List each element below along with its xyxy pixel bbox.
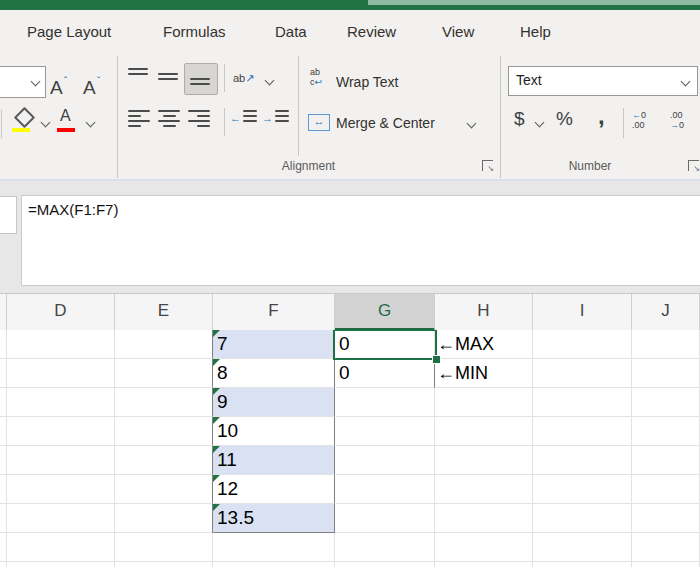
- cell-F6[interactable]: 12: [213, 475, 335, 504]
- cell-F4[interactable]: 10: [213, 417, 335, 446]
- cell-F7[interactable]: 13.5: [213, 504, 335, 533]
- accounting-format-dropdown[interactable]: [535, 118, 545, 128]
- font-color-dropdown[interactable]: [86, 118, 96, 128]
- cell-J9[interactable]: [632, 562, 700, 567]
- cell[interactable]: [0, 388, 7, 417]
- cell-G3[interactable]: [335, 388, 435, 417]
- cell-I6[interactable]: [533, 475, 632, 504]
- cell-I3[interactable]: [533, 388, 632, 417]
- number-format-combo[interactable]: Text: [508, 66, 698, 96]
- align-middle-icon[interactable]: [158, 68, 180, 85]
- column-header-c-sliver[interactable]: [0, 294, 7, 331]
- cell-G8[interactable]: [335, 533, 435, 562]
- cell-E9[interactable]: [115, 562, 213, 567]
- cell[interactable]: [0, 475, 7, 504]
- align-top-icon[interactable]: [128, 68, 150, 85]
- number-dialog-launcher[interactable]: [688, 160, 699, 171]
- cell-D7[interactable]: [7, 504, 115, 533]
- cell-F9[interactable]: [213, 562, 335, 567]
- cell-H5[interactable]: [435, 446, 533, 475]
- fill-handle[interactable]: [432, 355, 441, 364]
- column-header-h[interactable]: H: [435, 294, 533, 331]
- tab-formulas[interactable]: Formulas: [163, 10, 226, 52]
- cell-J5[interactable]: [632, 446, 700, 475]
- font-size-combo[interactable]: [0, 66, 46, 98]
- column-header-g-selected[interactable]: G: [335, 294, 435, 331]
- cell-J6[interactable]: [632, 475, 700, 504]
- cell-H1[interactable]: ←MAX: [435, 330, 533, 359]
- tab-page-layout[interactable]: Page Layout: [27, 10, 111, 52]
- cell-H7[interactable]: [435, 504, 533, 533]
- cell-E4[interactable]: [115, 417, 213, 446]
- cell-E3[interactable]: [115, 388, 213, 417]
- cell-J2[interactable]: [632, 359, 700, 388]
- cell-H4[interactable]: [435, 417, 533, 446]
- cell-D4[interactable]: [7, 417, 115, 446]
- orientation-dropdown[interactable]: [265, 76, 275, 86]
- cell-D3[interactable]: [7, 388, 115, 417]
- align-bottom-icon[interactable]: [190, 68, 212, 85]
- cell[interactable]: [0, 417, 7, 446]
- cell-G7[interactable]: [335, 504, 435, 533]
- comma-style-button[interactable]: ,: [598, 102, 605, 130]
- cell-E5[interactable]: [115, 446, 213, 475]
- cell-I7[interactable]: [533, 504, 632, 533]
- tab-data[interactable]: Data: [275, 10, 307, 52]
- cell-E2[interactable]: [115, 359, 213, 388]
- cell-E7[interactable]: [115, 504, 213, 533]
- percent-style-button[interactable]: %: [556, 108, 573, 130]
- align-left-icon[interactable]: [128, 110, 150, 127]
- orientation-button[interactable]: ab↗: [233, 72, 254, 85]
- column-header-e[interactable]: E: [115, 294, 213, 331]
- accounting-format-button[interactable]: $: [514, 108, 525, 130]
- tab-review[interactable]: Review: [347, 10, 396, 52]
- cell-F8[interactable]: [213, 533, 335, 562]
- cell-E6[interactable]: [115, 475, 213, 504]
- grow-font-button[interactable]: Aˆ: [50, 68, 67, 101]
- fill-color-dropdown[interactable]: [41, 118, 51, 128]
- tab-view[interactable]: View: [442, 10, 474, 52]
- cell-J7[interactable]: [632, 504, 700, 533]
- cell[interactable]: [0, 446, 7, 475]
- cell-H9[interactable]: [435, 562, 533, 567]
- increase-decimal-button[interactable]: ←0 .00: [632, 110, 646, 130]
- cell-E8[interactable]: [115, 533, 213, 562]
- cell-D6[interactable]: [7, 475, 115, 504]
- cell-G6[interactable]: [335, 475, 435, 504]
- cell-I5[interactable]: [533, 446, 632, 475]
- alignment-dialog-launcher[interactable]: [482, 160, 493, 171]
- decrease-indent-button[interactable]: ←: [230, 110, 257, 127]
- cell-J1[interactable]: [632, 330, 700, 359]
- column-header-d[interactable]: D: [7, 294, 115, 331]
- cell-G4[interactable]: [335, 417, 435, 446]
- cell[interactable]: [0, 504, 7, 533]
- merge-center-dropdown[interactable]: [467, 119, 477, 129]
- cell-J4[interactable]: [632, 417, 700, 446]
- cell-F2[interactable]: 8: [213, 359, 335, 388]
- cell[interactable]: [0, 533, 7, 562]
- shrink-font-button[interactable]: Aˇ: [83, 68, 100, 101]
- cell-F5[interactable]: 11: [213, 446, 335, 475]
- cell-I2[interactable]: [533, 359, 632, 388]
- column-header-j[interactable]: J: [632, 294, 700, 331]
- cell-J8[interactable]: [632, 533, 700, 562]
- cell-D5[interactable]: [7, 446, 115, 475]
- cell-G2[interactable]: 0: [335, 359, 435, 388]
- cell-I4[interactable]: [533, 417, 632, 446]
- cell-J3[interactable]: [632, 388, 700, 417]
- cell-D2[interactable]: [7, 359, 115, 388]
- cell-G9[interactable]: [335, 562, 435, 567]
- cell-I9[interactable]: [533, 562, 632, 567]
- cell[interactable]: [0, 359, 7, 388]
- cell-F3[interactable]: 9: [213, 388, 335, 417]
- decrease-decimal-button[interactable]: .00 →0: [670, 110, 684, 130]
- cell-H2[interactable]: ←MIN: [435, 359, 533, 388]
- cell-D1[interactable]: [7, 330, 115, 359]
- align-center-icon[interactable]: [158, 110, 180, 127]
- cell-H8[interactable]: [435, 533, 533, 562]
- column-header-i[interactable]: I: [533, 294, 632, 331]
- cell[interactable]: [0, 562, 7, 567]
- column-header-f[interactable]: F: [213, 294, 335, 331]
- cell-G5[interactable]: [335, 446, 435, 475]
- cell[interactable]: [0, 330, 7, 359]
